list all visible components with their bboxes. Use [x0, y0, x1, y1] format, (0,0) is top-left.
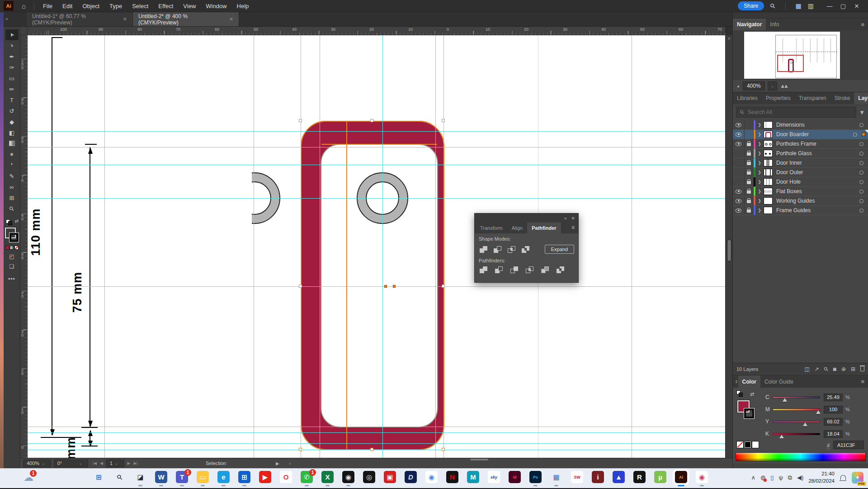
taskbar-app-icon[interactable]: M — [467, 471, 479, 483]
filter-icon[interactable]: ▼ — [859, 109, 865, 116]
illustrator-logo-icon[interactable]: Ai — [4, 1, 14, 11]
slider-handle[interactable] — [803, 423, 807, 426]
taskbar-app-icon[interactable]: Ai — [675, 471, 687, 483]
layer-name[interactable]: Flat Boxes — [776, 188, 802, 195]
tool-button[interactable]: ➢ — [5, 40, 19, 51]
close-tab-icon[interactable]: ✕ — [123, 16, 127, 22]
document-tab[interactable]: Untitled-2* @ 400 % (CMYK/Preview) ✕ — [133, 12, 239, 26]
panel-tab[interactable]: Properties — [762, 92, 795, 104]
tool-button[interactable]: ◆ — [5, 116, 19, 127]
slider-handle[interactable] — [779, 435, 784, 438]
door-border-shape[interactable] — [301, 121, 444, 450]
close-panel-icon[interactable]: ✕ — [571, 216, 575, 221]
slider-track[interactable] — [773, 421, 820, 423]
guide-horizontal[interactable] — [28, 427, 725, 427]
slider-handle[interactable] — [816, 410, 821, 414]
copilot-icon[interactable]: ✦ PRE — [852, 472, 863, 484]
guide-horizontal[interactable] — [28, 443, 725, 444]
guide-horizontal[interactable] — [28, 131, 725, 132]
visibility-toggle[interactable] — [733, 149, 745, 158]
color-panel-tab[interactable]: Color — [738, 375, 760, 388]
layer-row[interactable]: ❯ Working Guides — [733, 196, 868, 206]
tool-button[interactable]: ◧ — [5, 127, 19, 138]
visibility-toggle[interactable] — [733, 139, 745, 148]
layer-name[interactable]: Door Inner — [776, 160, 802, 166]
pathfinder-button[interactable] — [480, 266, 487, 273]
taskbar-app-icon[interactable]: D — [405, 471, 417, 483]
expand-layer-icon[interactable]: ❯ — [755, 132, 764, 137]
tool-button[interactable]: ⚲ — [5, 203, 19, 214]
pathfinder-panel-tab[interactable]: Pathfinder — [527, 223, 561, 233]
tray-icon[interactable]: ∧ — [751, 474, 756, 481]
lock-toggle[interactable] — [745, 130, 754, 139]
taskbar-app-icon[interactable]: sky — [488, 471, 500, 483]
stroke-color-swatch[interactable] — [9, 233, 19, 242]
make-mask-icon[interactable]: ◙ — [833, 366, 836, 372]
zoom-level-select[interactable]: 400%⌄ — [23, 460, 51, 467]
lock-toggle[interactable] — [745, 206, 754, 215]
tray-icon[interactable]: ⧉ — [788, 474, 792, 481]
clock[interactable]: 21:40 28/02/2024 — [808, 470, 835, 484]
guide-vertical[interactable] — [382, 35, 383, 458]
menu-item[interactable]: Effect — [153, 3, 178, 9]
anchor-point[interactable] — [384, 285, 387, 288]
tray-icon[interactable]: ▯ — [770, 474, 774, 481]
tool-button[interactable]: ➤ — [5, 29, 19, 40]
color-spectrum-bar[interactable] — [736, 452, 866, 461]
guide-horizontal[interactable] — [28, 165, 725, 165]
guide-vertical[interactable] — [435, 35, 436, 458]
taskbar-app-icon[interactable]: ✆ 1 — [301, 471, 313, 483]
tool-button[interactable]: ✒ — [5, 51, 19, 62]
layer-thumbnail[interactable] — [764, 121, 773, 128]
taskbar-app-icon[interactable]: X — [321, 471, 334, 483]
visibility-toggle[interactable] — [733, 187, 745, 196]
guide-horizontal[interactable] — [28, 432, 725, 433]
lock-toggle[interactable] — [745, 177, 754, 186]
none-mode-swatch[interactable] — [14, 246, 19, 250]
gradient-mode-swatch[interactable] — [10, 246, 14, 250]
color-panel-tab[interactable]: Color Guide — [760, 375, 797, 388]
expand-layer-icon[interactable]: ❯ — [755, 142, 764, 146]
taskbar-app-icon[interactable]: ▣ — [384, 471, 396, 483]
panel-collapse-icon[interactable]: ⇕ — [733, 375, 738, 388]
pathfinder-button[interactable] — [510, 266, 518, 273]
weather-widget[interactable]: ☁ 1 — [24, 472, 33, 484]
tray-icon[interactable]: ◍ — [760, 474, 765, 481]
anchor-point[interactable] — [442, 285, 445, 288]
taskbar-app-icon[interactable]: N — [446, 471, 458, 483]
taskbar-app-icon[interactable]: R — [633, 471, 646, 483]
taskbar-app-icon[interactable]: ⚲ — [113, 471, 126, 483]
layer-row[interactable]: ❯ Door Boarder — [733, 130, 868, 139]
layer-target-circle[interactable] — [859, 190, 863, 194]
arrange-documents-icon[interactable]: ▦ — [796, 2, 802, 9]
layer-target-circle[interactable] — [859, 123, 863, 127]
layer-row[interactable]: ❯ Frame Guides — [733, 206, 868, 215]
vertical-scroll-thumb[interactable] — [727, 239, 731, 261]
layer-target-circle[interactable] — [859, 171, 863, 175]
home-icon[interactable]: ⌂ — [22, 2, 26, 10]
layer-row[interactable]: ❯ Portholes Frame — [733, 139, 868, 149]
layer-thumbnail[interactable] — [764, 131, 773, 138]
expand-button[interactable]: Expand — [545, 245, 574, 254]
zoom-out-icon[interactable]: ▲ — [736, 84, 740, 88]
anchor-point[interactable] — [299, 285, 302, 288]
shape-mode-button[interactable] — [522, 246, 529, 253]
minimize-button[interactable]: — — [823, 3, 836, 9]
expand-layer-icon[interactable]: ❯ — [755, 180, 764, 184]
ruler-origin-corner[interactable] — [20, 27, 28, 35]
tray-icon[interactable]: ψ — [779, 474, 783, 481]
status-expand-icon[interactable]: ▶ — [276, 461, 279, 466]
tool-button[interactable]: ✎ — [5, 171, 19, 181]
layer-name[interactable]: Working Guides — [776, 198, 815, 204]
tool-button[interactable]: ∞ — [5, 181, 19, 192]
none-swatch[interactable] — [736, 441, 744, 448]
menu-item[interactable]: Object — [77, 3, 104, 9]
guide-vertical[interactable] — [254, 35, 254, 458]
menu-item[interactable]: Window — [201, 3, 231, 9]
horizontal-ruler[interactable]: 100908070605040302010010203040506070 — [28, 27, 725, 35]
pathfinder-button[interactable] — [495, 266, 503, 273]
layer-thumbnail[interactable] — [764, 178, 773, 185]
artboard-number-select[interactable]: 1⌄ — [106, 460, 124, 467]
tool-button[interactable]: ⊞ — [5, 192, 19, 203]
navigator-tab[interactable]: Info — [766, 19, 783, 30]
